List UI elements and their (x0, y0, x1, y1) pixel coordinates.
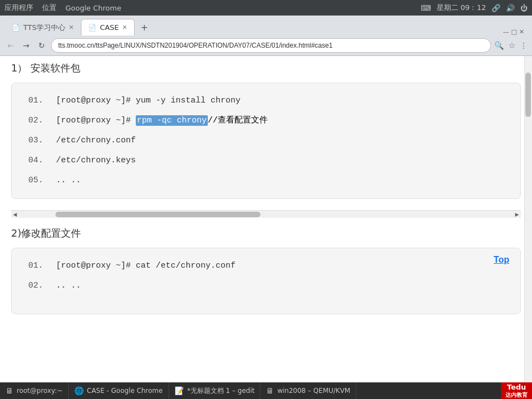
terminal-icon: 🖥 (6, 386, 13, 395)
bookmark-icon[interactable]: ☆ (508, 41, 515, 50)
code-text-2-1: [root@proxy ~]# cat /etc/chrony.conf (56, 259, 236, 273)
tab-case[interactable]: 📄 CASE ✕ (81, 19, 135, 35)
h-scrollbar-1[interactable]: ◀ ▶ (11, 210, 521, 218)
line-num-4: 04. (28, 154, 56, 167)
address-bar: ← → ↻ 🔍 ☆ ⋮ (0, 35, 532, 55)
h-scroll-thumb-1[interactable] (55, 212, 260, 217)
prompt-2-1: [root@proxy ~]# (56, 261, 136, 270)
code-line-2: 02. [root@proxy ~]# rpm -qc chrony //查看配… (28, 114, 504, 127)
taskbar-chrome[interactable]: 🌐 CASE - Google Chrome (69, 382, 169, 399)
top-link[interactable]: Top (494, 255, 509, 265)
minimize-btn[interactable]: — (503, 28, 509, 35)
code-line-4: 04. /etc/chrony.keys (28, 154, 504, 167)
address-bar-actions: 🔍 ☆ ⋮ (494, 41, 528, 50)
tab-case-icon: 📄 (88, 24, 96, 32)
vm-icon: 🖥 (266, 386, 274, 395)
code-block-1: 01. [root@proxy ~]# yum -y install chron… (11, 83, 521, 199)
forward-button[interactable]: → (20, 39, 32, 52)
tedu-logo: Tedu 达内教育 (501, 382, 532, 399)
datetime-display: 星期二 09：12 (437, 3, 486, 13)
new-tab-icon: + (141, 22, 148, 33)
line-num-3: 03. (28, 134, 56, 147)
tab-tts-label: TTS学习中心 (23, 23, 65, 33)
v-scrollbar[interactable] (524, 56, 532, 383)
system-tray: ⌨ 星期二 09：12 🔗 🔊 ⏻ (421, 3, 528, 13)
code-line-2-1: 01. [root@proxy ~]# cat /etc/chrony.conf (28, 259, 504, 273)
cmd-2-highlight: rpm -qc chrony (136, 115, 208, 126)
back-button[interactable]: ← (4, 39, 17, 52)
h-scroll-left[interactable]: ◀ (11, 211, 19, 218)
gedit-icon: 📝 (175, 386, 184, 395)
gedit-label: *无标题文档 1 – gedit (187, 386, 255, 396)
chrome-menu[interactable]: Google Chrome (65, 4, 121, 12)
terminal-label: root@proxy:~ (17, 387, 63, 395)
v-scroll-thumb[interactable] (525, 73, 531, 117)
tab-tts-close[interactable]: ✕ (69, 24, 74, 31)
code-text-5: .. .. (56, 174, 81, 187)
line-num-2-1: 01. (28, 259, 56, 273)
page-content: 1） 安装软件包 01. [root@proxy ~]# yum -y inst… (0, 56, 532, 383)
tedu-main-text: Tedu (507, 383, 526, 391)
tab-bar: 📄 TTS学习中心 ✕ 📄 CASE ✕ + — □ ✕ (0, 16, 532, 35)
section2-title: 2)修改配置文件 (11, 227, 521, 240)
taskbar-vm[interactable]: 🖥 win2008 – QEMU/KVM (260, 382, 356, 399)
chrome-label: CASE - Google Chrome (87, 387, 163, 395)
code-text-4: /etc/chrony.keys (56, 154, 136, 167)
code-text-2: [root@proxy ~]# rpm -qc chrony (56, 114, 208, 127)
keyboard-icon: ⌨ (421, 4, 431, 12)
tab-case-label: CASE (100, 23, 119, 32)
tab-tts-icon: 📄 (12, 24, 20, 32)
code-line-1: 01. [root@proxy ~]# yum -y install chron… (28, 94, 504, 108)
network-icon: 🔗 (492, 4, 500, 12)
code-line-5: 05. .. .. (28, 174, 504, 187)
maximize-btn[interactable]: □ (511, 28, 516, 35)
line-num-2: 02. (28, 114, 56, 127)
section1-title: 1） 安装软件包 (11, 62, 521, 75)
app-menu[interactable]: 应用程序 (4, 3, 33, 13)
tab-case-close[interactable]: ✕ (122, 24, 127, 31)
vm-label: win2008 – QEMU/KVM (277, 387, 350, 395)
comment-2: //查看配置文件 (208, 114, 268, 127)
taskbar: 🖥 root@proxy:~ 🌐 CASE - Google Chrome 📝 … (0, 382, 532, 399)
search-icon[interactable]: 🔍 (494, 41, 504, 50)
window-controls: — □ ✕ (499, 28, 528, 35)
code-text-2-2: .. .. (56, 279, 81, 293)
tab-tts[interactable]: 📄 TTS学习中心 ✕ (4, 19, 81, 35)
position-menu[interactable]: 位置 (42, 3, 57, 13)
line-num-1: 01. (28, 94, 56, 108)
taskbar-terminal[interactable]: 🖥 root@proxy:~ (0, 382, 69, 399)
browser-chrome: 📄 TTS学习中心 ✕ 📄 CASE ✕ + — □ ✕ ← → ↻ 🔍 ☆ ⋮ (0, 16, 532, 56)
system-topbar: 应用程序 位置 Google Chrome ⌨ 星期二 09：12 🔗 🔊 ⏻ (0, 0, 532, 16)
system-menu[interactable]: 应用程序 位置 Google Chrome (4, 3, 121, 13)
tedu-sub-text: 达内教育 (505, 391, 528, 399)
prompt-1: [root@proxy ~]# (56, 96, 136, 105)
reload-button[interactable]: ↻ (35, 39, 48, 52)
h-scroll-right[interactable]: ▶ (513, 211, 521, 218)
url-input[interactable] (51, 38, 491, 53)
close-window-btn[interactable]: ✕ (519, 28, 524, 35)
volume-icon: 🔊 (506, 4, 515, 12)
code-line-3: 03. /etc/chrony.conf (28, 134, 504, 147)
code-text-1: [root@proxy ~]# yum -y install chrony (56, 94, 241, 108)
line-num-5: 05. (28, 174, 56, 187)
content-area: 1） 安装软件包 01. [root@proxy ~]# yum -y inst… (0, 56, 532, 383)
taskbar-gedit[interactable]: 📝 *无标题文档 1 – gedit (169, 382, 261, 399)
cmd-2-1: cat /etc/chrony.conf (136, 261, 236, 270)
new-tab-button[interactable]: + (135, 19, 154, 35)
code-line-2-2: 02. .. .. (28, 279, 504, 293)
chrome-icon: 🌐 (74, 386, 84, 395)
power-icon: ⏻ (520, 4, 528, 12)
code-text-3: /etc/chrony.conf (56, 134, 136, 147)
prompt-2: [root@proxy ~]# (56, 116, 136, 125)
cmd-1: yum -y install chrony (136, 96, 241, 105)
taskbar-right: Tedu 达内教育 (501, 382, 532, 399)
section-break (11, 218, 521, 227)
menu-icon[interactable]: ⋮ (520, 41, 528, 50)
line-num-2-2: 02. (28, 279, 56, 293)
code-block-2: Top 01. [root@proxy ~]# cat /etc/chrony.… (11, 248, 521, 314)
